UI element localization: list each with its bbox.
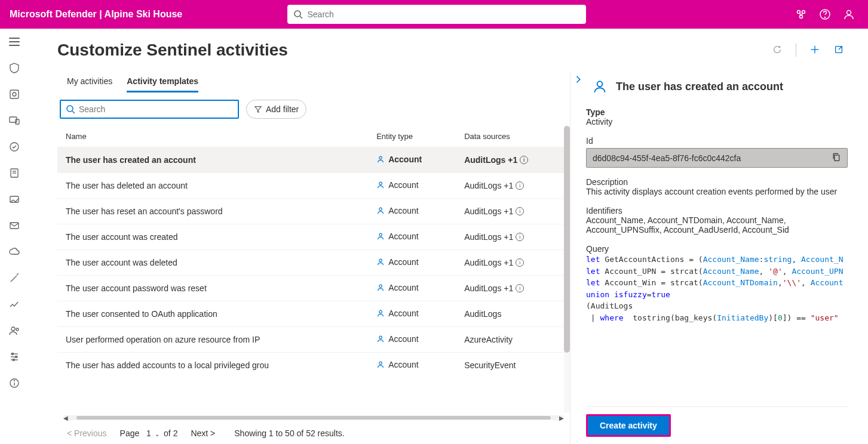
app-header: Microsoft Defender | Alpine Ski House [0,0,868,29]
info-icon[interactable]: i [516,284,524,292]
svg-line-1 [300,16,302,18]
svg-point-9 [846,11,851,15]
table-row[interactable]: The user has created an accountAccountAu… [57,147,570,173]
table-row[interactable]: The user has added accounts to a local p… [57,353,570,378]
activities-table: Name Entity type Data sources The user h… [57,126,570,378]
help-icon[interactable] [819,8,831,20]
scroll-left-icon[interactable]: ◀ [63,415,68,421]
id-value: d6d08c94-455f-4ea5-8f76-fc6c0c442cfa [593,153,741,163]
type-value: Activity [586,117,848,127]
nav-wand-icon[interactable] [8,272,20,284]
divider [796,44,796,57]
desc-value: This activity displays account creation … [586,187,848,196]
cell-ds: AzureActivity [456,327,570,353]
popout-icon[interactable] [833,44,844,57]
ident-label: Identifiers [586,206,848,215]
svg-line-21 [17,274,18,275]
pager-showing: Showing 1 to 50 of 52 results. [234,428,344,438]
col-entity[interactable]: Entity type [368,126,456,147]
svg-rect-10 [10,90,19,98]
nav-rail [0,29,29,444]
table-row[interactable]: The user account was createdAccountAudit… [57,224,570,250]
cell-name: The user has added accounts to a local p… [57,353,368,378]
nav-email-icon[interactable] [8,220,20,232]
tab-activity-templates[interactable]: Activity templates [127,72,198,92]
list-search[interactable] [60,100,239,119]
refresh-icon[interactable] [772,44,783,57]
table-scroll[interactable]: Name Entity type Data sources The user h… [57,126,570,413]
nav-explore-icon[interactable] [8,88,20,100]
add-icon[interactable] [809,44,820,57]
nav-secure-icon[interactable] [8,141,20,153]
table-row[interactable]: The user has deleted an accountAccountAu… [57,173,570,199]
page-dropdown-icon[interactable]: ⌄ [154,431,162,437]
nav-reports-icon[interactable] [8,167,20,179]
nav-info-icon[interactable] [8,377,20,389]
svg-line-22 [18,273,19,274]
table-row[interactable]: User performed operation on azure resour… [57,327,570,353]
scroll-right-icon[interactable]: ▶ [559,415,564,421]
table-row[interactable]: The user consented to OAuth applicationA… [57,301,570,327]
info-icon[interactable]: i [520,156,528,164]
svg-line-20 [11,276,17,282]
cell-entity: Account [368,301,456,327]
pager-page: Page 1 ⌄ of 2 [120,428,178,438]
cell-entity: Account [368,276,456,301]
nav-settings-icon[interactable] [8,351,20,363]
info-icon[interactable]: i [516,181,524,190]
vertical-scrollbar[interactable] [564,126,570,413]
table-row[interactable]: The user account password was resetAccou… [57,276,570,301]
search-icon [66,104,75,114]
table-row[interactable]: The user has reset an account's password… [57,199,570,224]
collapse-panel-icon[interactable] [574,75,582,85]
cell-name: The user account was deleted [57,250,368,276]
col-ds[interactable]: Data sources [456,126,570,147]
query-label: Query [586,244,848,254]
svg-point-45 [379,285,382,287]
user-icon [592,79,608,94]
filter-icon [254,105,262,113]
global-search-input[interactable] [308,10,580,19]
nav-cloud-icon[interactable] [8,246,20,258]
cell-name: The user account was created [57,224,368,250]
search-icon [293,10,303,19]
nav-shield-icon[interactable] [8,62,20,74]
detail-title: The user has created an account [616,81,783,93]
account-icon[interactable] [843,8,855,20]
list-search-input[interactable] [79,104,233,114]
info-icon[interactable]: i [516,233,524,241]
global-search[interactable] [287,5,586,24]
info-icon[interactable]: i [516,207,524,215]
cell-entity: Account [368,199,456,224]
svg-point-2 [797,11,800,14]
detail-panel: The user has created an account Type Act… [571,72,868,444]
col-name[interactable]: Name [57,126,368,147]
copy-icon[interactable] [832,152,841,164]
nav-trend-icon[interactable] [8,298,20,310]
app-title: Microsoft Defender | Alpine Ski House [10,9,182,20]
info-icon[interactable]: i [516,258,524,267]
create-activity-button[interactable]: Create activity [586,414,671,437]
id-box: d6d08c94-455f-4ea5-8f76-fc6c0c442cfa [586,148,848,168]
org-icon[interactable] [795,8,807,20]
tabs: My activities Activity templates [57,72,570,92]
nav-devices-icon[interactable] [8,115,20,127]
nav-toggle[interactable] [8,36,20,48]
table-row[interactable]: The user account was deletedAccountAudit… [57,250,570,276]
nav-learning-icon[interactable] [8,193,20,205]
svg-point-46 [379,310,382,313]
ident-value: Account_Name, Account_NTDomain, Account_… [586,215,848,235]
svg-point-23 [11,327,15,331]
svg-point-42 [379,208,382,210]
pager-prev[interactable]: < Previous [67,428,107,438]
cell-entity: Account [368,250,456,276]
tab-my-activities[interactable]: My activities [67,72,112,92]
cell-entity: Account [368,173,456,199]
add-filter-button[interactable]: Add filter [246,100,306,119]
nav-users-icon[interactable] [8,325,20,337]
horizontal-scrollbar[interactable]: ◀ ▶ [63,415,564,420]
cell-ds: AuditLogs [456,301,570,327]
svg-point-48 [379,362,382,364]
svg-point-8 [824,17,825,18]
pager-next[interactable]: Next > [191,428,215,438]
